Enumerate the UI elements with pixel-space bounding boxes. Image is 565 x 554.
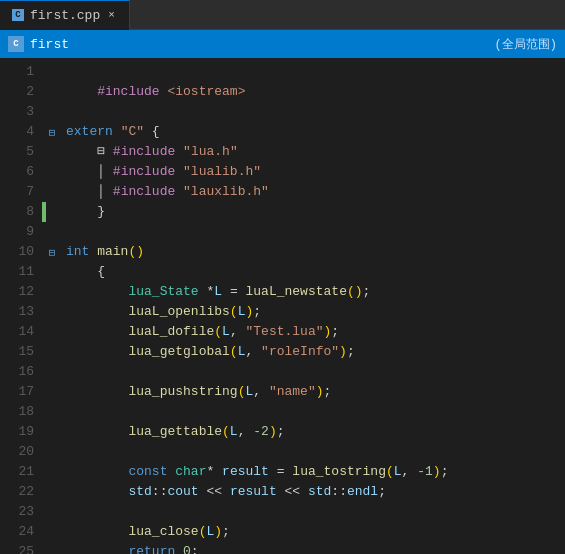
fold-marker[interactable]: ⊟: [49, 126, 56, 139]
gutter-line: ⊟: [42, 122, 62, 142]
tab[interactable]: C first.cpp ×: [0, 0, 130, 30]
code-line: [66, 502, 565, 522]
gutter-line: [42, 362, 62, 382]
code-line: luaL_openlibs(L);: [66, 302, 565, 322]
line-number: 14: [0, 322, 42, 342]
gutter-line: [42, 202, 62, 222]
code-line: luaL_dofile(L, "Test.lua");: [66, 322, 565, 342]
line-number: 11: [0, 262, 42, 282]
line-number: 3: [0, 102, 42, 122]
code-line: lua_gettable(L, -2);: [66, 422, 565, 442]
line-number: 22: [0, 482, 42, 502]
code-area[interactable]: #include <iostream> extern "C" { ⊟ #incl…: [62, 58, 565, 554]
code-line: [66, 362, 565, 382]
line-number: 8: [0, 202, 42, 222]
line-numbers: 1234567891011121314151617181920212223242…: [0, 58, 42, 554]
code-line: lua_close(L);: [66, 522, 565, 542]
gutter-line: [42, 342, 62, 362]
line-number: 15: [0, 342, 42, 362]
code-line: std::cout << result << std::endl;: [66, 482, 565, 502]
code-line: lua_State *L = luaL_newstate();: [66, 282, 565, 302]
tab-filename: first.cpp: [30, 8, 100, 23]
gutter-line: [42, 222, 62, 242]
line-number: 12: [0, 282, 42, 302]
line-number: 9: [0, 222, 42, 242]
green-marker: [42, 202, 46, 222]
line-number: 17: [0, 382, 42, 402]
gutter-line: [42, 402, 62, 422]
gutter-line: [42, 382, 62, 402]
line-number: 6: [0, 162, 42, 182]
gutter-line: ⊟: [42, 242, 62, 262]
line-number: 23: [0, 502, 42, 522]
line-number: 25: [0, 542, 42, 554]
code-line: return 0;: [66, 542, 565, 554]
code-line: [66, 402, 565, 422]
scope-indicator: (全局范围): [495, 36, 557, 53]
gutter-line: [42, 62, 62, 82]
fold-marker[interactable]: ⊟: [49, 246, 56, 259]
line-number: 1: [0, 62, 42, 82]
code-line: {: [66, 262, 565, 282]
code-line: [66, 222, 565, 242]
line-number: 20: [0, 442, 42, 462]
line-number: 2: [0, 82, 42, 102]
gutter-line: [42, 82, 62, 102]
tab-close-button[interactable]: ×: [106, 8, 117, 22]
filename-bar: C first (全局范围): [0, 30, 565, 58]
gutter-line: [42, 482, 62, 502]
gutter-line: [42, 282, 62, 302]
code-line: #include <iostream>: [66, 82, 565, 102]
code-line: │ #include "lualib.h": [66, 162, 565, 182]
gutter-line: [42, 142, 62, 162]
gutter-line: [42, 302, 62, 322]
code-line: lua_pushstring(L, "name");: [66, 382, 565, 402]
line-number: 13: [0, 302, 42, 322]
line-number: 7: [0, 182, 42, 202]
gutter-line: [42, 502, 62, 522]
code-line: [66, 442, 565, 462]
code-line: const char* result = lua_tostring(L, -1)…: [66, 462, 565, 482]
line-number: 18: [0, 402, 42, 422]
gutter-line: [42, 262, 62, 282]
gutter-line: [42, 322, 62, 342]
line-number: 10: [0, 242, 42, 262]
title-bar: C first.cpp ×: [0, 0, 565, 30]
line-number: 21: [0, 462, 42, 482]
gutter-line: [42, 102, 62, 122]
code-line: [66, 102, 565, 122]
gutter-line: [42, 442, 62, 462]
gutter-line: [42, 542, 62, 554]
current-filename: first: [30, 37, 69, 52]
line-number: 4: [0, 122, 42, 142]
gutter-line: [42, 422, 62, 442]
tab-file-icon: C: [12, 9, 24, 21]
code-line: ⊟ #include "lua.h": [66, 142, 565, 162]
line-number: 24: [0, 522, 42, 542]
code-line: int main(): [66, 242, 565, 262]
file-type-icon: C: [8, 36, 24, 52]
line-number: 5: [0, 142, 42, 162]
line-number: 19: [0, 422, 42, 442]
line-number: 16: [0, 362, 42, 382]
gutter: ⊟⊟: [42, 58, 62, 554]
code-line: extern "C" {: [66, 122, 565, 142]
gutter-line: [42, 182, 62, 202]
code-line: │ #include "lauxlib.h": [66, 182, 565, 202]
editor: 1234567891011121314151617181920212223242…: [0, 58, 565, 554]
gutter-line: [42, 522, 62, 542]
code-line: lua_getglobal(L, "roleInfo");: [66, 342, 565, 362]
gutter-line: [42, 462, 62, 482]
code-line: [66, 62, 565, 82]
gutter-line: [42, 162, 62, 182]
code-line: }: [66, 202, 565, 222]
